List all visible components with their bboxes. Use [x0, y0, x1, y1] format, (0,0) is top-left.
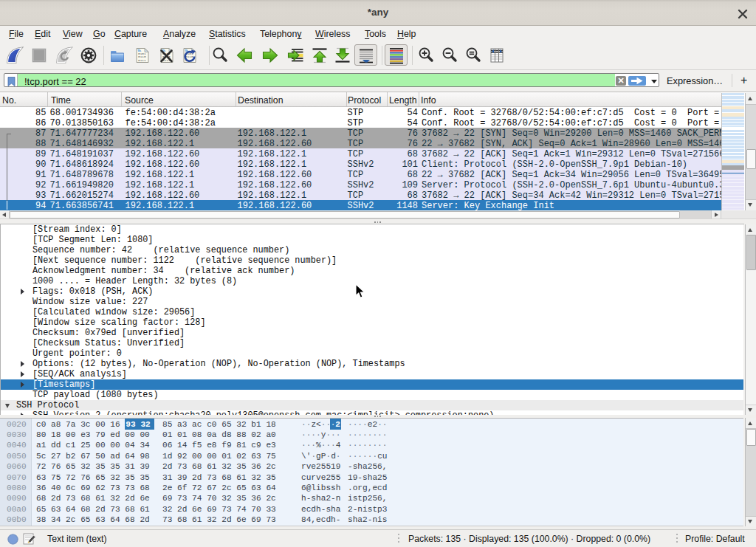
svg-text:0111: 0111	[138, 58, 146, 62]
